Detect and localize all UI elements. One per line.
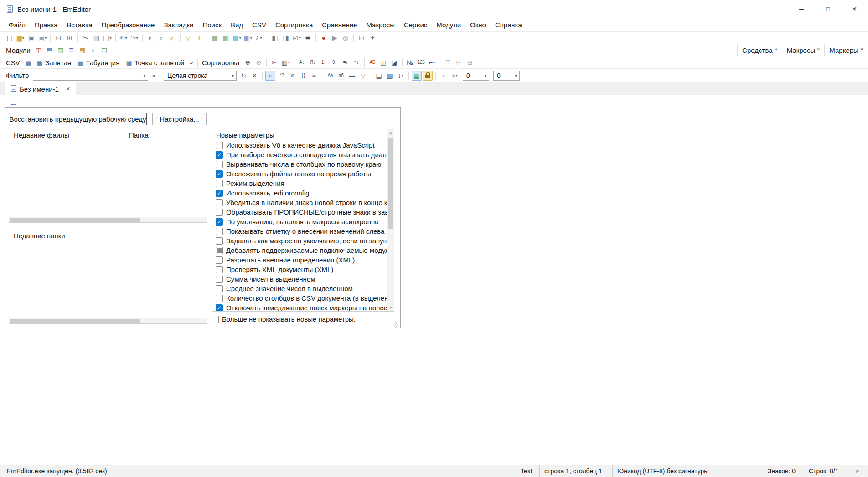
option-row[interactable]: Сумма чисел в выделенном [212,274,387,284]
overflow-chevron-icon[interactable]: » [775,46,777,51]
checkbox[interactable] [216,276,223,283]
option-row[interactable]: ✓При выборе нечёткого совпадения вызыват… [212,150,387,159]
search-icon[interactable]: ⌕ [265,71,275,81]
checkbox[interactable] [216,228,223,235]
plugin-outline-icon[interactable]: ≣ [67,45,77,55]
macro-list-icon[interactable]: ◎ [341,33,351,43]
menu-item-bookmarks[interactable]: Закладки [159,18,198,31]
chevron-down-icon[interactable]: ▾ [485,73,487,78]
ruler-icon[interactable]: ⌐▾ [427,57,437,67]
lock-icon[interactable] [423,71,433,81]
minimize-button[interactable]: ─ [788,0,815,18]
filter-overflow-chevron[interactable]: » [152,72,155,79]
checkbox[interactable] [216,247,223,254]
option-row[interactable]: ✓По умолчанию, выполнять макросы асинхро… [212,217,387,226]
csv-comma-icon[interactable]: ▦ [210,33,220,43]
save-icon[interactable]: ▣ [26,33,36,43]
menu-item-insert[interactable]: Вставка [62,18,97,31]
menu-item-tools[interactable]: Сервис [399,18,432,31]
option-row[interactable]: Обрабатывать ПРОПИСНЫЕ/строчные знаки в … [212,207,387,217]
option-row[interactable]: ✓Отслеживать файлы только во время работ… [212,169,387,179]
customize-button[interactable]: Настройка... [152,113,207,125]
chevron-down-icon[interactable]: ▾ [232,73,234,78]
menu-item-file[interactable]: Файл [4,18,30,31]
menu-item-csv[interactable]: CSV [248,18,271,31]
menu-item-plugins[interactable]: Модули [432,18,465,31]
sum-icon[interactable]: Σ▾ [254,33,264,43]
wrench-icon[interactable]: ✦ [367,33,377,43]
menu-item-edit[interactable]: Правка [30,18,62,31]
back-icon[interactable]: ← [10,99,17,108]
plugin-projects-icon[interactable]: ▦ [78,45,88,55]
option-row[interactable]: Убедиться в наличии знака новой строки в… [212,198,387,207]
checkbox[interactable] [216,256,223,264]
sort-options-icon[interactable]: ≡↓ [351,57,362,67]
csv-mode-tab[interactable]: ▦Табуляция [74,57,123,67]
combine-view-icon[interactable]: ◨ [281,33,291,43]
filter-direction-icon[interactable]: ↓▾ [396,71,406,81]
paste-icon[interactable]: ▤▾ [102,33,112,43]
sort-za-icon[interactable]: Я↓ [308,57,318,67]
recent-folders-hscrollbar[interactable] [9,318,207,323]
checkbox[interactable] [216,209,223,216]
checkbox[interactable]: ✓ [216,170,223,178]
split-column-icon[interactable]: ◪ [389,57,399,67]
table-mode-icon[interactable]: ▦ [412,71,422,81]
freeze-left-icon[interactable]: ⊢ [454,57,464,67]
checkbox[interactable] [216,199,223,206]
csv-mode-semicolon[interactable]: ▦Точка с запятой [123,57,187,67]
refresh-filter-icon[interactable]: ↻ [238,71,248,81]
heading-rows-select[interactable]: 0 ▾ [463,71,489,81]
csv-options-icon[interactable]: ▦▾ [243,33,253,43]
scroll-up-icon[interactable]: ▲ [388,131,394,135]
copy-icon[interactable]: ▥ [91,33,101,43]
replace-icon[interactable]: ⌕ [156,33,166,43]
cut-columns-icon[interactable]: ✂ [269,57,279,67]
fuzzy-match-icon[interactable]: ≈ [309,71,319,81]
menu-item-view[interactable]: Вид [226,18,248,31]
whole-word-icon[interactable]: аб [336,71,346,81]
run-macro-icon[interactable]: ▶ [330,33,340,43]
delete-duplicates-icon[interactable]: АБ [367,57,377,67]
overflow-chevron-icon[interactable]: » [860,46,863,51]
checkbox[interactable] [216,180,223,187]
option-row[interactable]: Выравнивать числа в столбцах по правому … [212,159,387,169]
resize-grip[interactable] [394,322,400,328]
maximize-button[interactable]: □ [815,0,841,18]
status-position[interactable]: строка 1, столбец 1 [539,465,612,477]
numbering-icon[interactable]: № [405,57,415,67]
status-encoding[interactable]: Юникод (UTF-8) без сигнатуры [612,465,763,477]
checkbox[interactable]: ✓ [216,304,223,312]
option-row[interactable]: ✓Использовать .editorconfig [212,188,387,198]
plugin-explorer-icon[interactable]: ◫ [34,45,44,55]
option-row[interactable]: Разрешать внешние определения (XML) [212,255,387,265]
current-document-icon[interactable]: ▤ [374,71,384,81]
close-button[interactable]: ✕ [841,0,868,18]
column-width-icon[interactable]: ▥▾ [280,57,290,67]
all-documents-icon[interactable]: ▥ [385,71,395,81]
option-row[interactable]: Среднее значение чисел в выделенном [212,284,387,293]
filter-input[interactable]: ▾ [33,71,148,81]
regex-icon[interactable]: .*? [276,71,286,81]
recent-folders-column-header[interactable]: Недавние папки [9,231,124,240]
scroll-down-icon[interactable]: ▼ [388,306,394,310]
tab-close-icon[interactable]: ✕ [66,86,70,92]
checkbox[interactable]: ✓ [216,218,223,226]
number-range-icon[interactable]: 123 [416,57,426,67]
find-icon[interactable]: ⌕ [145,33,155,43]
open-file-icon[interactable]: ▆▾ [16,33,26,43]
chevron-down-icon[interactable]: ▾ [144,73,146,78]
csv-tab-icon[interactable]: ▦ [221,33,231,43]
csv-overflow-chevron[interactable]: » [190,59,193,66]
toolbar-button-tools-bar[interactable]: Средства» [737,44,782,56]
sort-length-icon[interactable]: =↓ [341,57,351,67]
checkbox[interactable] [216,266,223,273]
scrollbar-thumb[interactable] [10,218,140,222]
escape-sequence-icon[interactable]: \n [287,71,297,81]
option-row[interactable]: ✓Отключать замедляющие поиск маркеры на … [212,303,387,311]
scrollbar-thumb[interactable] [388,138,393,229]
line-numbers-icon[interactable]: ≣ [303,33,313,43]
cut-icon[interactable]: ✂ [80,33,90,43]
sort-az-icon[interactable]: А↓ [297,57,307,67]
menu-item-compare[interactable]: Сравнение [317,18,362,31]
